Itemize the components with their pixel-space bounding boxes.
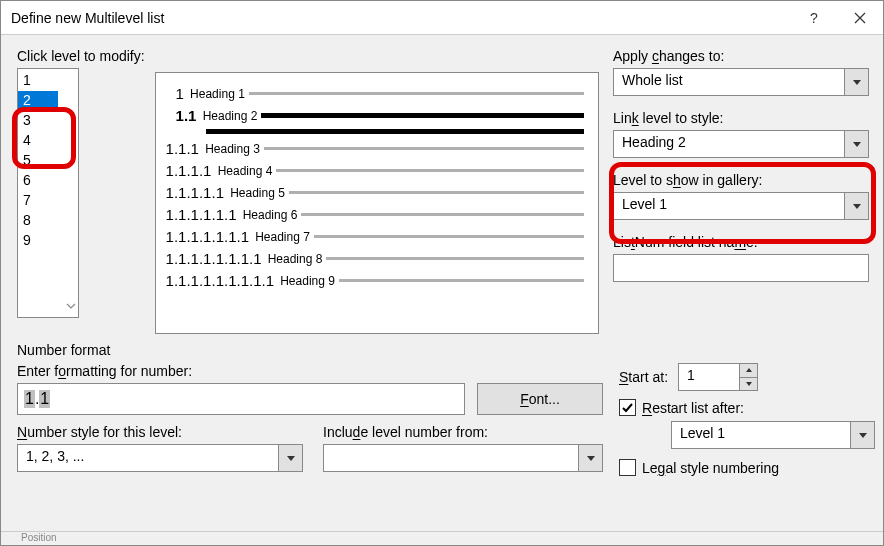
chevron-down-icon (66, 297, 76, 315)
gallery-level-value: Level 1 (614, 193, 844, 219)
preview-heading: Heading 1 (190, 87, 249, 101)
level-6[interactable]: 6 (18, 171, 58, 191)
preview-heading: Heading 2 (203, 109, 262, 123)
legal-numbering-checkbox[interactable]: Legal style numbering (619, 459, 875, 476)
dialog-title: Define new Multilevel list (11, 10, 791, 26)
preview-number: 1.1.1.1.1.1.1.1 (166, 250, 268, 267)
titlebar: Define new Multilevel list ? (1, 1, 883, 35)
preview-number: 1.1.1.1 (166, 162, 218, 179)
listnum-input[interactable] (613, 254, 869, 282)
level-2[interactable]: 2 (18, 91, 58, 111)
preview-heading: Heading 4 (218, 164, 277, 178)
restart-after-checkbox[interactable]: Restart list after: (619, 399, 875, 416)
gallery-level-label: Level to show in gallery: (613, 172, 869, 188)
level-4[interactable]: 4 (18, 131, 58, 151)
restart-after-combo[interactable]: Level 1 (671, 421, 875, 449)
apply-changes-label: Apply changes to: (613, 48, 869, 64)
level-list[interactable]: 1 2 3 4 5 6 7 8 9 (17, 68, 79, 318)
level-5[interactable]: 5 (18, 151, 58, 171)
start-at-label: Start at: (619, 369, 668, 385)
preview-number: 1.1.1.1.1 (166, 184, 231, 201)
level-7[interactable]: 7 (18, 191, 58, 211)
restart-after-value: Level 1 (672, 422, 850, 448)
link-level-combo[interactable]: Heading 2 (613, 130, 869, 158)
number-style-label: Number style for this level: (17, 424, 303, 440)
chevron-down-icon (278, 445, 302, 471)
include-from-value (324, 445, 578, 471)
preview-number: 1.1.1.1.1.1.1.1.1 (166, 272, 281, 289)
preview-heading: Heading 5 (230, 186, 289, 200)
preview-row: 1.1.1.1.1 Heading 5 (166, 184, 584, 201)
chevron-down-icon (844, 69, 868, 95)
preview-line (249, 92, 584, 95)
preview-line (289, 191, 584, 194)
click-level-label: Click level to modify: (17, 48, 145, 64)
preview-line (264, 147, 584, 150)
preview-number: 1.1.1.1.1.1 (166, 206, 243, 223)
level-9[interactable]: 9 (18, 231, 58, 251)
apply-changes-combo[interactable]: Whole list (613, 68, 869, 96)
include-from-combo[interactable] (323, 444, 603, 472)
restart-after-label: Restart list after: (642, 400, 744, 416)
preview-row: 1 Heading 1 (166, 85, 584, 102)
preview-row: 1.1.1.1 Heading 4 (166, 162, 584, 179)
preview-heading: Heading 7 (255, 230, 314, 244)
preview-heading: Heading 8 (268, 252, 327, 266)
include-from-label: Include level number from: (323, 424, 603, 440)
enter-formatting-label: Enter formatting for number: (17, 363, 603, 379)
preview-line (276, 169, 584, 172)
preview-row: 1.1.1.1.1.1.1.1 Heading 8 (166, 250, 584, 267)
preview-heading: Heading 3 (205, 142, 264, 156)
formatting-input[interactable]: 1.1 (17, 383, 465, 415)
gallery-level-combo[interactable]: Level 1 (613, 192, 869, 220)
preview-number: 1.1.1 (166, 140, 206, 157)
preview-number: 1 (176, 85, 191, 102)
chevron-down-icon (844, 193, 868, 219)
preview-row: 1.1.1.1.1.1.1.1.1 Heading 9 (166, 272, 584, 289)
preview-heading: Heading 6 (243, 208, 302, 222)
spinner-up-button[interactable] (739, 364, 757, 378)
number-style-value: 1, 2, 3, ... (18, 445, 278, 471)
preview-row: 1.1.1.1.1.1.1 Heading 7 (166, 228, 584, 245)
apply-changes-value: Whole list (614, 69, 844, 95)
preview-heading: Heading 9 (280, 274, 339, 288)
preview-row: 1.1.1 Heading 3 (166, 140, 584, 157)
preview-row: 1.1 Heading 2 (166, 107, 584, 124)
help-button[interactable]: ? (791, 1, 837, 35)
level-3[interactable]: 3 (18, 111, 58, 131)
chevron-down-icon (844, 131, 868, 157)
legal-numbering-label: Legal style numbering (642, 460, 779, 476)
preview-line (339, 279, 584, 282)
preview-number: 1.1.1.1.1.1.1 (166, 228, 256, 245)
chevron-down-icon (850, 422, 874, 448)
listnum-label: ListNum field list name: (613, 234, 869, 250)
preview-line (261, 113, 584, 118)
close-icon (854, 12, 866, 24)
font-button[interactable]: Font... (477, 383, 603, 415)
level-8[interactable]: 8 (18, 211, 58, 231)
number-format-section: Number format (17, 342, 869, 358)
dialog: Define new Multilevel list ? Click level… (0, 0, 884, 546)
spinner-down-button[interactable] (739, 378, 757, 391)
chevron-down-icon (578, 445, 602, 471)
start-at-spinner[interactable]: 1 (678, 363, 758, 391)
preview-row: 1.1.1.1.1.1 Heading 6 (166, 206, 584, 223)
preview-line (206, 129, 584, 134)
preview-pane: 1 Heading 11.1 Heading 21.1.1 Heading 31… (155, 72, 599, 334)
link-level-value: Heading 2 (614, 131, 844, 157)
preview-row-extra (166, 129, 584, 134)
position-section-label: Position (1, 531, 883, 545)
preview-line (326, 257, 584, 260)
close-button[interactable] (837, 1, 883, 35)
preview-line (301, 213, 584, 216)
level-1[interactable]: 1 (18, 71, 58, 91)
number-style-combo[interactable]: 1, 2, 3, ... (17, 444, 303, 472)
link-level-label: Link level to style: (613, 110, 869, 126)
preview-number: 1.1 (176, 107, 203, 124)
preview-line (314, 235, 584, 238)
